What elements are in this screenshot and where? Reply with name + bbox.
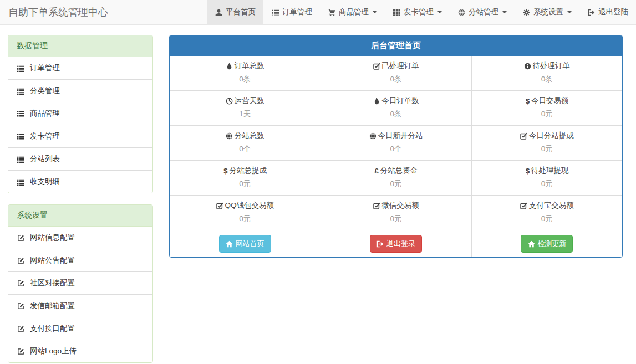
clock-icon	[226, 97, 233, 105]
stat-value: 0元	[325, 179, 466, 189]
sidebar-item-label: 网站Logo上传	[30, 346, 77, 356]
navbar-menu: 平台首页订单管理商品管理发卡管理分站管理系统设置退出登陆	[207, 0, 636, 24]
stat-label: $今日交易额	[476, 96, 618, 106]
stat-value: 0元	[174, 179, 316, 189]
stat-label-text: 微信交易额	[381, 201, 419, 211]
stat-cell: 待处理订单0条	[471, 56, 622, 90]
nav-item[interactable]: 平台首页	[207, 0, 263, 24]
stat-label-text: 订单总数	[235, 61, 264, 71]
globe-icon	[226, 132, 233, 140]
stat-value: 1天	[174, 109, 316, 119]
stat-value: 0元	[476, 214, 618, 224]
edit-icon	[17, 302, 24, 310]
nav-item-label: 退出登陆	[598, 7, 628, 17]
home-icon	[226, 240, 233, 248]
nav-item-label: 系统设置	[533, 7, 563, 17]
nav-item-label: 发卡管理	[404, 7, 434, 17]
sidebar-item[interactable]: 收支明细	[8, 171, 152, 193]
list-icon	[17, 155, 24, 163]
sidebar-item[interactable]: 网站公告配置	[8, 249, 152, 272]
edit-icon	[17, 279, 24, 287]
stat-value: 0条	[325, 109, 466, 119]
grid-icon	[393, 8, 400, 16]
sidebar-item[interactable]: 网站信息配置	[8, 227, 152, 249]
stat-label-text: 分站总提成	[229, 166, 267, 176]
check-square-icon	[520, 202, 528, 209]
caret-down-icon	[502, 11, 507, 13]
sidebar-item-label: 网站公告配置	[30, 255, 75, 265]
globe-icon	[457, 8, 465, 16]
dashboard-panel: 后台管理首页 订单总数0条已处理订单0条待处理订单0条运营天数1天今日订单数0条…	[169, 35, 623, 258]
stat-label: 订单总数	[174, 61, 316, 71]
sidebar-item[interactable]: 发卡管理	[8, 125, 152, 148]
stat-value: 0个	[174, 144, 316, 154]
stat-label: QQ钱包交易额	[174, 201, 316, 211]
stat-cell: 运营天数1天	[170, 91, 320, 125]
sidebar-item[interactable]: 商品管理	[8, 102, 152, 125]
stat-cell: QQ钱包交易额0元	[170, 196, 320, 230]
sidebar-panel: 数据管理订单管理分类管理商品管理发卡管理分站列表收支明细	[8, 35, 153, 193]
globe-icon	[369, 132, 376, 140]
home-icon	[527, 240, 535, 248]
edit-icon	[17, 234, 24, 242]
action-button[interactable]: 检测更新	[521, 235, 573, 253]
sidebar-section-title: 系统设置	[8, 205, 152, 227]
sidebar-item[interactable]: 网站Logo上传	[8, 340, 152, 362]
stat-label-text: 分站总资金	[380, 166, 418, 176]
app-title[interactable]: 自助下单系统管理中心	[0, 0, 116, 24]
check-square-icon	[373, 202, 380, 209]
stat-cell: 已处理订单0条	[320, 56, 471, 90]
stat-label: 已处理订单	[325, 61, 466, 71]
nav-item[interactable]: 退出登陆	[579, 0, 636, 24]
sidebar-item-label: 分站列表	[30, 154, 60, 164]
stat-label-text: 运营天数	[235, 96, 264, 106]
nav-item[interactable]: 发卡管理	[385, 0, 450, 24]
stat-row: $分站总提成0元£分站总资金0元$待处理提现0元	[170, 160, 622, 195]
nav-item[interactable]: 分站管理	[450, 0, 515, 24]
stat-cell: 订单总数0条	[170, 56, 320, 90]
sidebar-section-title: 数据管理	[8, 35, 152, 57]
action-button-row: 网站首页退出登录检测更新	[170, 230, 622, 257]
action-button[interactable]: 网站首页	[219, 235, 271, 253]
sidebar-item[interactable]: 发信邮箱配置	[8, 295, 152, 317]
action-button-cell: 退出登录	[320, 230, 471, 257]
list-icon	[17, 110, 24, 117]
usd-icon: $	[223, 167, 228, 175]
action-button-cell: 检测更新	[471, 230, 622, 257]
list-icon	[17, 87, 24, 95]
stat-label-text: 分站总数	[235, 131, 264, 141]
action-button-label: 网站首页	[236, 239, 264, 249]
sidebar-item-label: 订单管理	[30, 63, 60, 73]
gear-icon	[522, 8, 530, 16]
list-icon	[17, 178, 24, 186]
stat-label: 支付宝交易额	[476, 201, 618, 211]
stat-label: 今日订单数	[325, 96, 466, 106]
stat-value: 0元	[325, 214, 466, 224]
sidebar-item-label: 发信邮箱配置	[30, 301, 75, 311]
nav-item[interactable]: 商品管理	[320, 0, 385, 24]
stat-label: 分站总数	[174, 131, 316, 141]
sidebar-item[interactable]: 分类管理	[8, 80, 152, 102]
caret-down-icon	[373, 11, 377, 13]
edit-icon	[17, 325, 24, 332]
sidebar-item-label: 支付接口配置	[30, 324, 75, 334]
nav-item-label: 订单管理	[282, 7, 312, 17]
stat-label-text: 今日分站提成	[529, 131, 574, 141]
sidebar-item[interactable]: 支付接口配置	[8, 317, 152, 340]
sidebar-item[interactable]: 社区对接配置	[8, 272, 152, 295]
action-button[interactable]: 退出登录	[370, 235, 422, 253]
sidebar-panel: 系统设置网站信息配置网站公告配置社区对接配置发信邮箱配置支付接口配置网站Logo…	[8, 204, 153, 363]
user-icon	[215, 8, 222, 16]
action-button-label: 检测更新	[537, 239, 566, 249]
main-area: 后台管理首页 订单总数0条已处理订单0条待处理订单0条运营天数1天今日订单数0条…	[169, 35, 623, 258]
stat-value: 0元	[476, 144, 618, 154]
nav-item[interactable]: 订单管理	[263, 0, 320, 24]
nav-item[interactable]: 系统设置	[515, 0, 579, 24]
sidebar-item[interactable]: 分站列表	[8, 148, 152, 171]
sidebar: 数据管理订单管理分类管理商品管理发卡管理分站列表收支明细系统设置网站信息配置网站…	[8, 35, 153, 364]
usd-icon: $	[525, 167, 530, 175]
stat-label: 今日分站提成	[476, 131, 618, 141]
sidebar-item[interactable]: 订单管理	[8, 57, 152, 80]
stat-label: $待处理提现	[476, 166, 618, 176]
stat-cell: £分站总资金0元	[320, 161, 471, 195]
